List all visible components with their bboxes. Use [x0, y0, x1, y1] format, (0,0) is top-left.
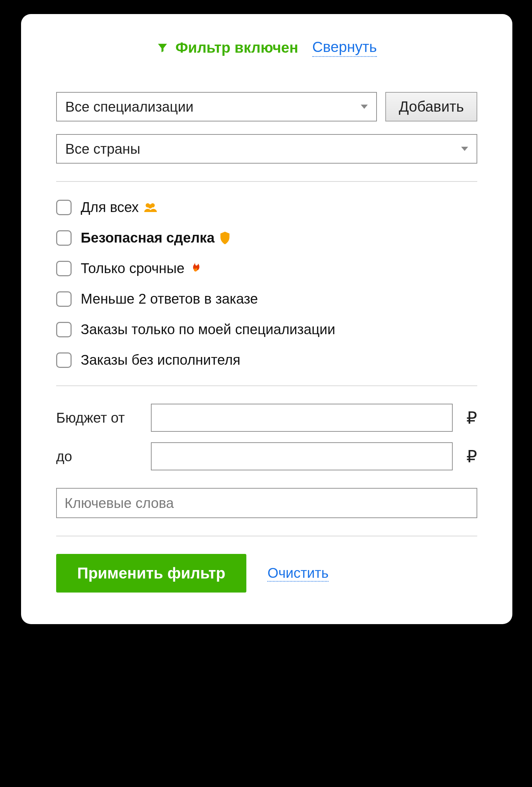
checkbox-text: Только срочные	[81, 260, 185, 276]
budget-to-input[interactable]	[151, 442, 453, 470]
specialization-row: Все специализации Добавить	[56, 92, 477, 121]
collapse-link[interactable]: Свернуть	[312, 39, 377, 57]
people-icon	[144, 202, 158, 213]
shield-icon	[219, 232, 231, 244]
apply-filter-button[interactable]: Применить фильтр	[56, 554, 246, 593]
checkbox-box	[56, 261, 72, 276]
budget-to-label: до	[56, 449, 151, 464]
checkbox-list: Для всех Безопасная сделка Только срочны…	[56, 199, 477, 368]
filter-header: Фильтр включен Свернуть	[56, 39, 477, 57]
checkbox-label: Для всех	[81, 199, 158, 215]
checkbox-text: Для всех	[81, 199, 139, 215]
divider	[56, 385, 477, 386]
budget-block: Бюджет от ₽ до ₽	[56, 404, 477, 518]
checkbox-my-specialization[interactable]: Заказы только по моей специализации	[56, 322, 477, 337]
checkbox-box	[56, 322, 72, 337]
filter-title-text: Фильтр включен	[175, 39, 298, 56]
chevron-down-icon	[361, 105, 368, 109]
budget-from-label: Бюджет от	[56, 410, 151, 426]
specialization-select[interactable]: Все специализации	[56, 92, 377, 121]
checkbox-text: Меньше 2 ответов в заказе	[81, 291, 258, 307]
checkbox-text: Безопасная сделка	[81, 230, 214, 246]
clear-filter-link[interactable]: Очистить	[267, 565, 328, 582]
filter-panel: Фильтр включен Свернуть Все специализаци…	[21, 14, 512, 624]
action-row: Применить фильтр Очистить	[56, 554, 477, 593]
ruble-icon: ₽	[453, 408, 477, 428]
checkbox-label: Только срочные	[81, 260, 200, 276]
svg-point-2	[148, 204, 152, 209]
checkbox-no-executor[interactable]: Заказы без исполнителя	[56, 352, 477, 368]
checkbox-text: Заказы без исполнителя	[81, 352, 240, 368]
divider	[56, 536, 477, 536]
checkbox-box	[56, 352, 72, 368]
add-specialization-button[interactable]: Добавить	[385, 92, 477, 121]
fire-icon	[189, 262, 200, 275]
divider	[56, 181, 477, 182]
checkbox-label: Заказы только по моей специализации	[81, 322, 335, 337]
checkbox-few-responses[interactable]: Меньше 2 ответов в заказе	[56, 291, 477, 307]
country-select[interactable]: Все страны	[56, 134, 477, 164]
checkbox-label: Заказы без исполнителя	[81, 352, 240, 368]
checkbox-safe-deal[interactable]: Безопасная сделка	[56, 230, 477, 246]
funnel-icon	[157, 42, 168, 54]
keywords-input[interactable]	[56, 488, 477, 518]
country-selected: Все страны	[65, 141, 140, 157]
checkbox-for-all[interactable]: Для всех	[56, 199, 477, 215]
checkbox-text: Заказы только по моей специализации	[81, 322, 335, 337]
budget-to-row: до ₽	[56, 442, 477, 470]
specialization-selected: Все специализации	[65, 99, 193, 115]
checkbox-urgent[interactable]: Только срочные	[56, 260, 477, 276]
budget-from-row: Бюджет от ₽	[56, 404, 477, 432]
checkbox-label: Меньше 2 ответов в заказе	[81, 291, 258, 307]
budget-from-input[interactable]	[151, 404, 453, 432]
checkbox-box	[56, 291, 72, 307]
checkbox-label: Безопасная сделка	[81, 230, 231, 246]
chevron-down-icon	[461, 147, 468, 151]
filter-title-group: Фильтр включен	[157, 39, 298, 56]
ruble-icon: ₽	[453, 447, 477, 466]
checkbox-box	[56, 200, 72, 215]
checkbox-box	[56, 230, 72, 246]
